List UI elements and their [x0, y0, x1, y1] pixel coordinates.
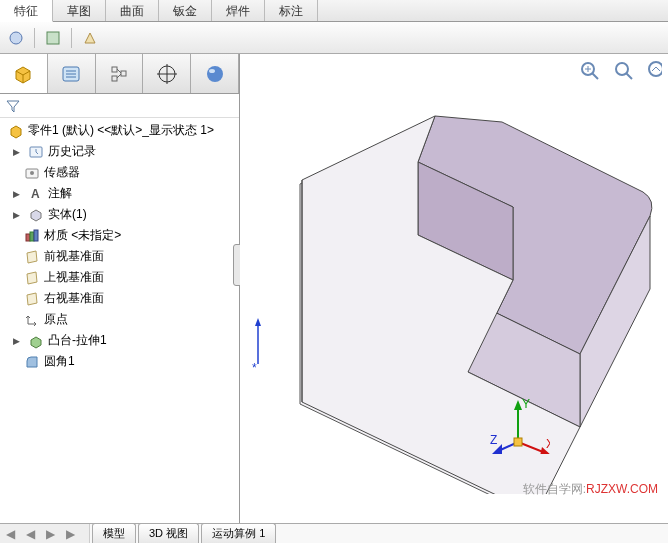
watermark-text: 软件自学网: — [523, 482, 586, 496]
tree-item-label: 注解 — [48, 185, 72, 202]
tree-item-solid[interactable]: ▶ 实体(1) — [0, 204, 239, 225]
tree-item-label: 历史记录 — [48, 143, 96, 160]
panel-tab-dimxpert[interactable] — [143, 54, 191, 93]
appearance-icon — [203, 62, 227, 86]
graphics-viewport[interactable]: * Y X Z 软件自学网:RJZXW.COM — [240, 54, 668, 524]
tree-item-annotation[interactable]: ▶ A 注解 — [0, 183, 239, 204]
expand-icon[interactable]: ▶ — [10, 188, 22, 200]
triad-x-label: X — [546, 437, 550, 451]
part-icon — [10, 61, 36, 87]
panel-tab-config[interactable] — [96, 54, 144, 93]
annotation-icon: A — [28, 186, 44, 202]
expand-icon[interactable]: ▶ — [10, 146, 22, 158]
svg-rect-7 — [112, 76, 117, 81]
extrude-icon — [28, 333, 44, 349]
svg-rect-20 — [34, 230, 38, 241]
tab-weldment[interactable]: 焊件 — [212, 0, 265, 21]
property-icon — [59, 62, 83, 86]
svg-text:A: A — [31, 187, 40, 201]
filter-bar[interactable] — [0, 94, 239, 118]
tree-item-front-plane[interactable]: 前视基准面 — [0, 246, 239, 267]
target-icon — [155, 62, 179, 86]
separator — [34, 28, 35, 48]
tab-sheetmetal[interactable]: 钣金 — [159, 0, 212, 21]
plane-icon — [24, 249, 40, 265]
config-icon — [107, 62, 131, 86]
filter-icon — [6, 99, 20, 113]
tab-annotate[interactable]: 标注 — [265, 0, 318, 21]
feature-manager-panel: 零件1 (默认) <<默认>_显示状态 1> ▶ 历史记录 传感器 ▶ A 注解… — [0, 54, 240, 524]
scroll-left-button[interactable]: ◀ — [0, 524, 20, 543]
triad-y-label: Y — [522, 397, 530, 411]
part-icon — [8, 123, 24, 139]
separator — [71, 28, 72, 48]
panel-tab-feature-tree[interactable] — [0, 54, 48, 93]
expand-icon[interactable]: ▶ — [10, 209, 22, 221]
model-render — [240, 54, 660, 494]
plane-icon — [24, 291, 40, 307]
tab-sketch[interactable]: 草图 — [53, 0, 106, 21]
svg-rect-18 — [26, 234, 30, 241]
svg-text:*: * — [252, 361, 257, 374]
svg-point-13 — [209, 69, 215, 73]
panel-tab-display[interactable] — [191, 54, 239, 93]
view-triad[interactable]: Y X Z — [490, 394, 550, 454]
bottom-tab-motion[interactable]: 运动算例 1 — [201, 523, 276, 543]
panel-tabs — [0, 54, 239, 94]
svg-rect-1 — [47, 32, 59, 44]
tab-feature[interactable]: 特征 — [0, 0, 53, 22]
toolbar — [0, 22, 668, 54]
tree-item-sensor[interactable]: 传感器 — [0, 162, 239, 183]
panel-tab-property[interactable] — [48, 54, 96, 93]
tree-item-extrude[interactable]: ▶ 凸台-拉伸1 — [0, 330, 239, 351]
plane-icon — [24, 270, 40, 286]
tree-item-origin[interactable]: 原点 — [0, 309, 239, 330]
tab-surface[interactable]: 曲面 — [106, 0, 159, 21]
bottom-tab-model[interactable]: 模型 — [92, 523, 136, 543]
tree-item-label: 原点 — [44, 311, 68, 328]
material-icon — [24, 228, 40, 244]
tree-item-label: 材质 <未指定> — [44, 227, 121, 244]
origin-icon — [24, 312, 40, 328]
command-tabs: 特征 草图 曲面 钣金 焊件 标注 — [0, 0, 668, 22]
sensor-icon — [24, 165, 40, 181]
fillet-icon — [24, 354, 40, 370]
tree-item-label: 实体(1) — [48, 206, 87, 223]
bottom-tab-3dview[interactable]: 3D 视图 — [138, 523, 199, 543]
tree-root[interactable]: 零件1 (默认) <<默认>_显示状态 1> — [0, 120, 239, 141]
feature-tree: 零件1 (默认) <<默认>_显示状态 1> ▶ 历史记录 传感器 ▶ A 注解… — [0, 118, 239, 524]
vertical-axis-indicator: * — [250, 314, 280, 374]
bottom-scroll: ◀ ◀ ▶ ▶ — [0, 524, 90, 543]
toolbar-btn-3[interactable] — [78, 26, 102, 50]
svg-point-12 — [207, 66, 223, 82]
tree-item-label: 前视基准面 — [44, 248, 104, 265]
scroll-right-button[interactable]: ▶ — [40, 524, 60, 543]
svg-rect-8 — [121, 71, 126, 76]
scroll-right-fast-button[interactable]: ▶ — [60, 524, 80, 543]
tree-item-label: 圆角1 — [44, 353, 75, 370]
svg-rect-19 — [30, 232, 34, 241]
tree-item-label: 上视基准面 — [44, 269, 104, 286]
svg-rect-31 — [514, 438, 522, 446]
tree-item-label: 传感器 — [44, 164, 80, 181]
tree-item-history[interactable]: ▶ 历史记录 — [0, 141, 239, 162]
toolbar-btn-1[interactable] — [4, 26, 28, 50]
tree-item-right-plane[interactable]: 右视基准面 — [0, 288, 239, 309]
svg-point-0 — [10, 32, 22, 44]
bottom-tabs: ◀ ◀ ▶ ▶ 模型 3D 视图 运动算例 1 — [0, 523, 668, 543]
tree-root-label: 零件1 (默认) <<默认>_显示状态 1> — [28, 122, 214, 139]
svg-rect-6 — [112, 67, 117, 72]
triad-z-label: Z — [490, 433, 497, 447]
tree-item-material[interactable]: 材质 <未指定> — [0, 225, 239, 246]
scroll-left-fast-button[interactable]: ◀ — [20, 524, 40, 543]
toolbar-btn-2[interactable] — [41, 26, 65, 50]
watermark-url: RJZXW.COM — [586, 482, 658, 496]
svg-point-16 — [30, 171, 34, 175]
tree-item-label: 右视基准面 — [44, 290, 104, 307]
expand-icon[interactable]: ▶ — [10, 335, 22, 347]
tree-item-fillet[interactable]: 圆角1 — [0, 351, 239, 372]
solid-icon — [28, 207, 44, 223]
history-icon — [28, 144, 44, 160]
tree-item-top-plane[interactable]: 上视基准面 — [0, 267, 239, 288]
tree-item-label: 凸台-拉伸1 — [48, 332, 107, 349]
